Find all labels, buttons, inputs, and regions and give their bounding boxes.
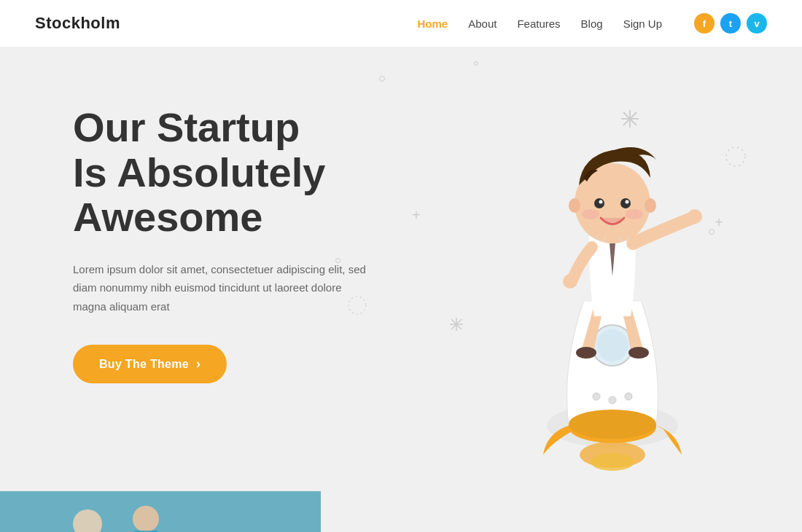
logo: Stockholm (35, 14, 120, 33)
vimeo-icon[interactable]: v (747, 13, 767, 34)
svg-point-21 (628, 347, 649, 359)
svg-point-20 (576, 347, 596, 359)
svg-point-26 (620, 198, 631, 208)
svg-point-32 (645, 198, 656, 213)
svg-point-25 (594, 198, 604, 208)
svg-point-36 (133, 506, 159, 532)
svg-point-23 (688, 209, 702, 224)
header: Stockholm Home About Features Blog Sign … (0, 0, 802, 47)
svg-point-19 (625, 393, 632, 400)
bottom-strip-image (0, 491, 321, 532)
nav-item-blog[interactable]: Blog (581, 17, 603, 30)
buy-theme-button[interactable]: Buy The Theme › (73, 345, 227, 383)
svg-point-16 (596, 329, 628, 361)
bottom-strip (0, 491, 802, 532)
svg-point-28 (626, 200, 629, 204)
svg-rect-33 (0, 491, 321, 532)
nav-item-home[interactable]: Home (418, 17, 448, 30)
twitter-icon[interactable]: t (720, 13, 741, 34)
cta-label: Buy The Theme (99, 358, 189, 371)
hero-section: + + Our Startup Is Absolutely Awesome Lo… (0, 47, 802, 491)
deco-circle-2 (474, 61, 478, 66)
facebook-icon[interactable]: f (694, 13, 715, 34)
hero-title: Our Startup Is Absolutely Awesome (73, 105, 373, 240)
svg-point-30 (626, 209, 643, 219)
svg-point-31 (569, 198, 580, 213)
nav-item-about[interactable]: About (468, 17, 497, 30)
svg-point-12 (591, 453, 634, 471)
nav-item-features[interactable]: Features (517, 17, 560, 30)
nav-item-signup[interactable]: Sign Up (623, 17, 662, 30)
svg-point-18 (609, 396, 616, 404)
social-icons: f t v (694, 13, 767, 34)
cta-arrow: › (196, 356, 200, 372)
svg-point-29 (582, 209, 599, 219)
svg-point-27 (599, 200, 603, 204)
hero-illustration (408, 90, 758, 491)
svg-point-14 (569, 410, 656, 439)
hero-subtitle: Lorem ipsum dolor sit amet, consectetuer… (73, 260, 373, 316)
hero-content: Our Startup Is Absolutely Awesome Lorem … (0, 47, 408, 383)
svg-point-17 (593, 393, 600, 400)
bottom-strip-content (321, 491, 802, 532)
svg-point-22 (563, 274, 577, 289)
nav: Home About Features Blog Sign Up f t v (418, 13, 768, 34)
